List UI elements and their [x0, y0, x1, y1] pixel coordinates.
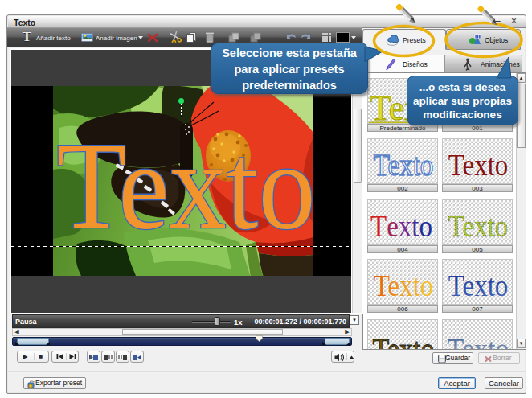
svg-text:Texto: Texto [370, 209, 432, 244]
svg-text:Texto: Texto [448, 269, 509, 303]
svg-text:Texto: Texto [374, 148, 434, 183]
svg-text:Texto: Texto [373, 332, 435, 350]
svg-text:Texto: Texto [448, 148, 509, 183]
svg-text:Texto: Texto [56, 116, 315, 254]
svg-text:Texto: Texto [374, 269, 434, 303]
svg-text:Texto: Texto [448, 332, 509, 350]
svg-text:Texto: Texto [448, 209, 509, 244]
